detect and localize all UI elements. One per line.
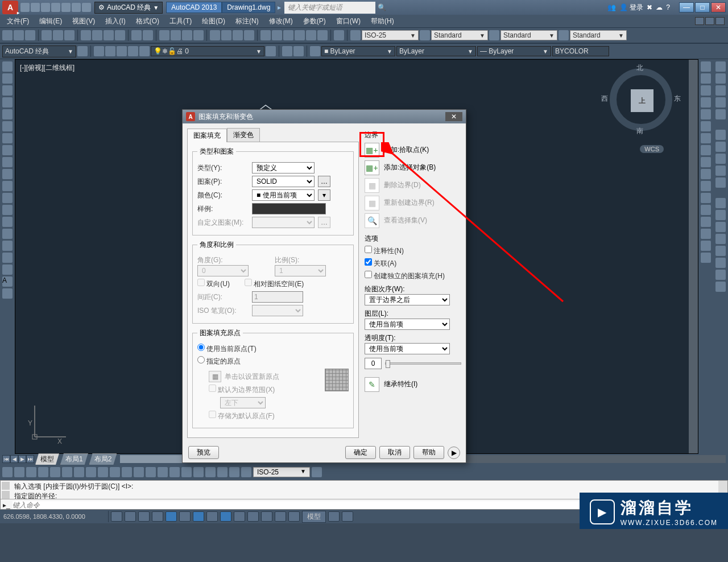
insert-icon[interactable] <box>2 193 13 203</box>
plotstyle-dropdown[interactable]: BYCOLOR <box>552 46 609 56</box>
break-icon[interactable] <box>701 193 711 203</box>
move-icon[interactable] <box>701 121 711 131</box>
chk-annotative[interactable] <box>365 246 372 253</box>
menu-view[interactable]: 视图(V) <box>69 15 98 27</box>
dimangular-icon[interactable] <box>86 467 96 477</box>
publish-icon[interactable] <box>64 30 75 40</box>
autosuggest-icon[interactable]: ▸ <box>278 3 281 11</box>
qselect-icon[interactable] <box>233 30 243 40</box>
view-cube[interactable]: 上 北 南 东 西 <box>607 65 675 134</box>
tab-nav-prev[interactable]: ◀ <box>10 455 18 463</box>
pan2-icon[interactable] <box>715 73 726 84</box>
coordinates-readout[interactable]: 626.0598, 1808.4330, 0.0000 <box>3 513 106 520</box>
dc2-icon[interactable] <box>715 258 726 268</box>
tab-gradient[interactable]: 渐变色 <box>227 128 260 142</box>
dc-icon[interactable] <box>272 30 282 40</box>
viewport-label[interactable]: [-][俯视][二维线框] <box>20 63 75 73</box>
plot-icon[interactable] <box>61 3 71 12</box>
mtext-icon[interactable]: A <box>2 276 13 287</box>
help-button[interactable]: 帮助 <box>413 446 444 459</box>
new-icon[interactable] <box>2 30 13 40</box>
layer-dropdown-dlg[interactable]: 使用当前项 <box>365 319 450 330</box>
match-icon[interactable] <box>115 30 125 40</box>
tab-model[interactable]: 模型 <box>35 453 59 465</box>
diminspect-icon[interactable] <box>181 467 192 477</box>
close-button[interactable]: ✕ <box>711 2 726 13</box>
polygon-icon[interactable] <box>2 97 13 108</box>
table-icon[interactable] <box>2 265 13 275</box>
tp2-icon[interactable] <box>715 210 726 220</box>
props-icon[interactable] <box>715 282 726 292</box>
menu-dimension[interactable]: 标注(N) <box>232 15 262 27</box>
tab-layout1[interactable]: 布局1 <box>60 453 88 465</box>
namedview-icon[interactable] <box>715 154 726 164</box>
hatch-icon[interactable] <box>2 229 13 239</box>
layeroff-icon[interactable] <box>117 46 127 56</box>
block-icon[interactable] <box>260 30 271 40</box>
radio-specified-origin[interactable] <box>197 356 205 363</box>
dialog-titlebar[interactable]: A 图案填充和渐变色 ✕ <box>183 110 466 123</box>
dimbaseline-icon[interactable] <box>110 467 120 477</box>
sample-swatch[interactable] <box>252 203 326 214</box>
dimtedit-icon[interactable] <box>217 467 228 477</box>
dimedit-icon[interactable] <box>205 467 216 477</box>
minimize-button[interactable]: — <box>679 2 694 13</box>
color-bg-button[interactable]: ▾ <box>318 189 330 201</box>
help-icon[interactable]: ? <box>666 3 670 11</box>
plot-icon[interactable] <box>42 30 52 40</box>
polar-toggle[interactable] <box>152 511 163 522</box>
exchange-icon[interactable]: 👥 <box>607 3 616 11</box>
chk-separate[interactable] <box>365 271 372 278</box>
dist-icon[interactable] <box>210 30 220 40</box>
array-icon[interactable] <box>701 109 711 119</box>
3dview-icon[interactable] <box>715 166 726 176</box>
zoom-icon[interactable] <box>171 30 181 40</box>
grid-toggle[interactable] <box>125 511 136 522</box>
menu-insert[interactable]: 插入(I) <box>102 15 129 27</box>
gradient-icon[interactable] <box>2 241 13 251</box>
new-icon[interactable] <box>20 3 30 12</box>
tab-nav-first[interactable]: ⏮ <box>2 455 10 463</box>
qc-icon[interactable] <box>317 30 328 40</box>
menu-tools[interactable]: 工具(T) <box>166 15 195 27</box>
mdi-minimize[interactable] <box>695 17 704 25</box>
undo-icon[interactable] <box>131 30 142 40</box>
menu-parametric[interactable]: 参数(P) <box>300 15 329 27</box>
qp-toggle[interactable] <box>261 511 272 522</box>
point-icon[interactable] <box>2 217 13 227</box>
fillet-icon[interactable] <box>701 229 711 239</box>
markup-icon[interactable] <box>306 30 316 40</box>
viewcube-w[interactable]: 西 <box>601 94 608 104</box>
app-menu-button[interactable]: A <box>2 1 18 14</box>
workspace2-dropdown[interactable]: AutoCAD 经典▼ <box>2 46 76 57</box>
search-icon[interactable]: 🔍 <box>378 3 386 11</box>
lineweight-dropdown[interactable]: — ByLayer▼ <box>477 46 551 56</box>
zoomext-icon[interactable] <box>193 30 204 40</box>
radio-current-origin[interactable] <box>197 344 205 351</box>
more-options-button[interactable]: ▶ <box>448 447 460 459</box>
dimradius-icon[interactable] <box>50 467 60 477</box>
menu-draw[interactable]: 绘图(D) <box>198 15 229 27</box>
dimstyle-dropdown[interactable]: ISO-25▼ <box>362 30 419 40</box>
otrack-toggle[interactable] <box>193 511 204 522</box>
dimlinear-icon[interactable] <box>2 467 13 477</box>
vp-icon[interactable] <box>715 142 726 152</box>
offset-icon[interactable] <box>701 97 711 108</box>
color-dropdown[interactable]: ■ 使用当前项 <box>252 189 315 201</box>
pan-icon[interactable] <box>159 30 169 40</box>
dimoverride-icon[interactable] <box>312 467 322 477</box>
ducs-toggle[interactable] <box>206 511 218 522</box>
dimordinate-icon[interactable] <box>38 467 48 477</box>
ts2-icon[interactable] <box>489 30 499 40</box>
orbit-icon[interactable] <box>182 30 192 40</box>
menu-edit[interactable]: 编辑(E) <box>36 15 65 27</box>
qc2-icon[interactable] <box>715 222 726 232</box>
explode-icon[interactable] <box>701 253 711 263</box>
workspace-dropdown[interactable]: ⚙ AutoCAD 经典 ▼ <box>94 2 163 14</box>
cancel-button[interactable]: 取消 <box>379 446 410 459</box>
open-icon[interactable] <box>14 30 24 40</box>
redo-icon[interactable] <box>143 30 153 40</box>
ok-button[interactable]: 确定 <box>345 446 376 459</box>
tp-icon[interactable] <box>283 30 293 40</box>
save-icon[interactable] <box>25 30 35 40</box>
